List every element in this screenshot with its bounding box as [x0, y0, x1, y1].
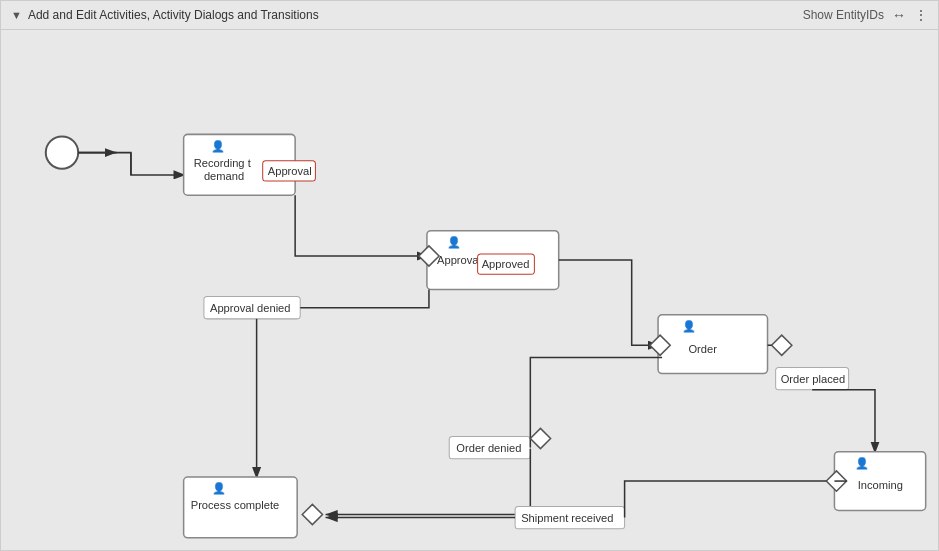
split-order-placed	[772, 335, 792, 355]
merge-complete	[302, 504, 322, 524]
diagram-canvas: 👤 Recording t demand Approval 👤 Approval…	[1, 33, 938, 550]
path-start-to-recording	[78, 153, 185, 175]
approval-person-icon: 👤	[447, 235, 461, 249]
path-recording-to-approval	[295, 195, 429, 256]
collapse-icon[interactable]: ▼	[11, 9, 22, 21]
incoming-label: Incoming	[858, 479, 903, 491]
recording-approval-label: Approval	[268, 165, 312, 177]
incoming-person-icon: 👤	[855, 456, 869, 470]
header-left: ▼ Add and Edit Activities, Activity Dial…	[11, 8, 319, 22]
diagram-svg: 👤 Recording t demand Approval 👤 Approval…	[1, 33, 938, 550]
header-right: Show EntityIDs ↔ ⋮	[803, 7, 928, 23]
show-entity-ids-button[interactable]: Show EntityIDs	[803, 8, 884, 22]
approval-approved-label: Approved	[482, 258, 530, 270]
path-to-shipment	[625, 481, 827, 517]
path-order-down	[530, 357, 662, 447]
recording-label: Recording t	[194, 157, 252, 169]
recording-person-icon: 👤	[211, 139, 225, 153]
order-person-icon: 👤	[682, 319, 696, 333]
approval-label: Approval	[437, 254, 481, 266]
path-approval-to-order	[559, 260, 660, 345]
order-placed-text: Order placed	[781, 373, 845, 385]
recording-label2: demand	[204, 170, 244, 182]
start-node[interactable]	[46, 136, 78, 168]
path-order-placed-to-incoming	[812, 390, 875, 454]
menu-icon[interactable]: ⋮	[914, 7, 928, 23]
header-title: Add and Edit Activities, Activity Dialog…	[28, 8, 319, 22]
shipment-received-text: Shipment received	[521, 512, 613, 524]
main-container: ▼ Add and Edit Activities, Activity Dial…	[0, 0, 939, 551]
approval-denied-text: Approval denied	[210, 302, 291, 314]
resize-icon[interactable]: ↔	[892, 7, 906, 23]
header-bar: ▼ Add and Edit Activities, Activity Dial…	[1, 1, 938, 30]
path-approval-denied-line	[300, 289, 429, 307]
complete-label: Process complete	[191, 499, 280, 511]
order-denied-text: Order denied	[456, 442, 521, 454]
split-order	[530, 428, 550, 448]
complete-person-icon: 👤	[212, 481, 226, 495]
order-label: Order	[688, 343, 717, 355]
